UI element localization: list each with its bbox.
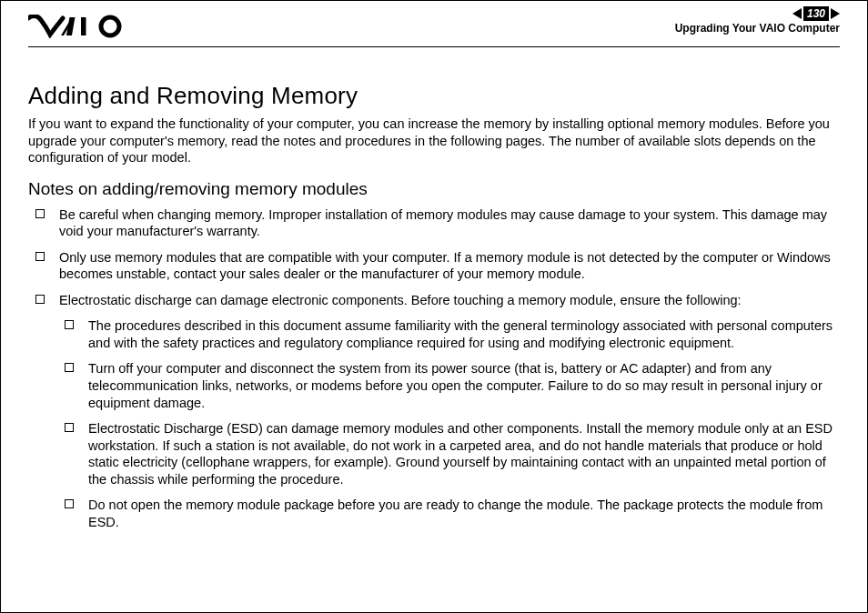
list-item: Do not open the memory module package be… [59,497,838,530]
vaio-logo [28,6,128,46]
prev-page-arrow-icon[interactable] [792,8,802,19]
page-content: Adding and Removing Memory If you want t… [28,47,840,530]
page-title: Adding and Removing Memory [28,82,840,110]
subheading: Notes on adding/removing memory modules [28,179,840,199]
list-item: Electrostatic Discharge (ESD) can damage… [59,420,838,487]
list-item: Turn off your computer and disconnect th… [59,360,838,411]
section-title: Upgrading Your VAIO Computer [675,23,840,35]
list-item-text: Electrostatic discharge can damage elect… [59,293,742,307]
nested-list: The procedures described in this documen… [59,317,838,530]
list-item: Be careful when changing memory. Imprope… [28,206,838,240]
svg-rect-0 [81,17,86,35]
header-right: 130 Upgrading Your VAIO Computer [675,6,840,35]
list-item: Only use memory modules that are compati… [28,249,838,283]
svg-point-1 [101,17,119,35]
vaio-logo-icon [28,15,128,38]
page-header: 130 Upgrading Your VAIO Computer [28,1,840,47]
notes-list: Be careful when changing memory. Imprope… [28,206,840,531]
intro-paragraph: If you want to expand the functionality … [28,116,840,166]
list-item: Electrostatic discharge can damage elect… [28,292,838,531]
page-number: 130 [803,6,829,21]
page-number-badge: 130 [792,6,840,21]
next-page-arrow-icon[interactable] [831,8,840,19]
document-page: 130 Upgrading Your VAIO Computer Adding … [0,0,868,613]
list-item: The procedures described in this documen… [59,317,838,351]
